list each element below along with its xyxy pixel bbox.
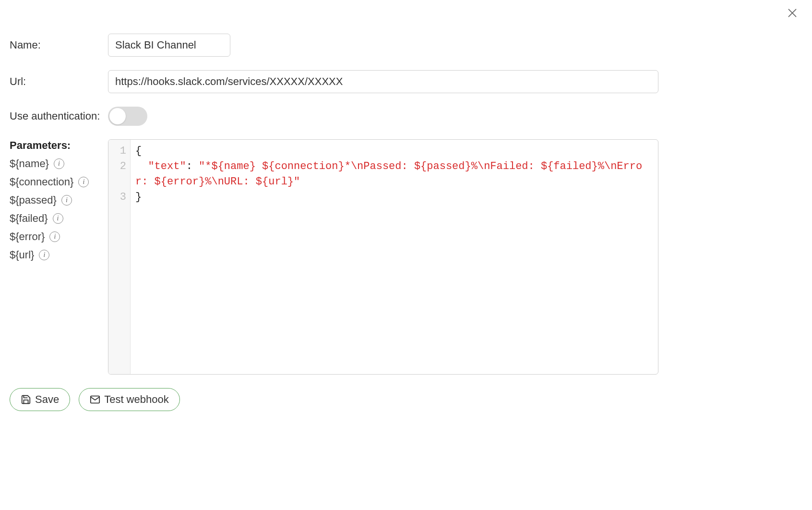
- url-input-wrap: [108, 70, 802, 93]
- gutter-line: 2: [108, 159, 130, 174]
- param-failed-text: ${failed}: [10, 212, 48, 225]
- use-auth-label: Use authentication:: [10, 110, 108, 122]
- save-icon: [21, 394, 31, 405]
- use-auth-toggle[interactable]: [108, 107, 147, 126]
- name-input[interactable]: [108, 34, 230, 57]
- parameters-row: Parameters: ${name} i ${connection} i ${…: [10, 139, 802, 375]
- code-value: "*${name} ${connection}*\nPassed: ${pass…: [135, 160, 642, 188]
- url-input[interactable]: [108, 70, 658, 93]
- gutter-line: 3: [108, 190, 130, 205]
- url-row: Url:: [10, 70, 802, 93]
- code-colon: :: [186, 160, 199, 172]
- info-icon[interactable]: i: [39, 250, 49, 260]
- param-url-text: ${url}: [10, 249, 34, 261]
- save-button[interactable]: Save: [10, 388, 70, 411]
- param-url: ${url} i: [10, 249, 108, 261]
- code-brace-close: }: [135, 191, 142, 203]
- param-connection-text: ${connection}: [10, 176, 73, 188]
- param-error: ${error} i: [10, 231, 108, 243]
- param-failed: ${failed} i: [10, 212, 108, 225]
- param-error-text: ${error}: [10, 231, 45, 243]
- webhook-form: Name: Url: Use authentication: Parameter…: [10, 10, 802, 411]
- test-webhook-button[interactable]: Test webhook: [79, 388, 180, 411]
- info-icon[interactable]: i: [53, 213, 63, 224]
- param-passed: ${passed} i: [10, 194, 108, 206]
- mail-icon: [90, 394, 100, 405]
- name-row: Name:: [10, 34, 802, 57]
- auth-row: Use authentication:: [10, 107, 802, 126]
- save-button-label: Save: [35, 393, 59, 406]
- name-input-wrap: [108, 34, 802, 57]
- parameters-sidebar: Parameters: ${name} i ${connection} i ${…: [10, 139, 108, 267]
- code-content[interactable]: { "text": "*${name} ${connection}*\nPass…: [131, 140, 658, 374]
- button-row: Save Test webhook: [10, 388, 802, 411]
- code-brace-open: {: [135, 145, 142, 157]
- info-icon[interactable]: i: [78, 177, 89, 187]
- close-icon[interactable]: [786, 7, 799, 19]
- code-key: "text": [148, 160, 186, 172]
- parameters-title: Parameters:: [10, 139, 108, 152]
- parameters-code-editor[interactable]: 1 2 3 { "text": "*${name} ${connection}*…: [108, 139, 658, 375]
- url-label: Url:: [10, 75, 108, 88]
- param-name: ${name} i: [10, 158, 108, 170]
- toggle-knob: [109, 108, 126, 124]
- param-name-text: ${name}: [10, 158, 49, 170]
- auth-toggle-wrap: [108, 107, 802, 126]
- info-icon[interactable]: i: [49, 231, 60, 242]
- test-webhook-button-label: Test webhook: [104, 393, 169, 406]
- info-icon[interactable]: i: [61, 195, 72, 206]
- gutter-line: 1: [108, 144, 130, 159]
- param-passed-text: ${passed}: [10, 194, 57, 206]
- name-label: Name:: [10, 39, 108, 51]
- param-connection: ${connection} i: [10, 176, 108, 188]
- code-gutter: 1 2 3: [108, 140, 131, 374]
- info-icon[interactable]: i: [54, 158, 64, 169]
